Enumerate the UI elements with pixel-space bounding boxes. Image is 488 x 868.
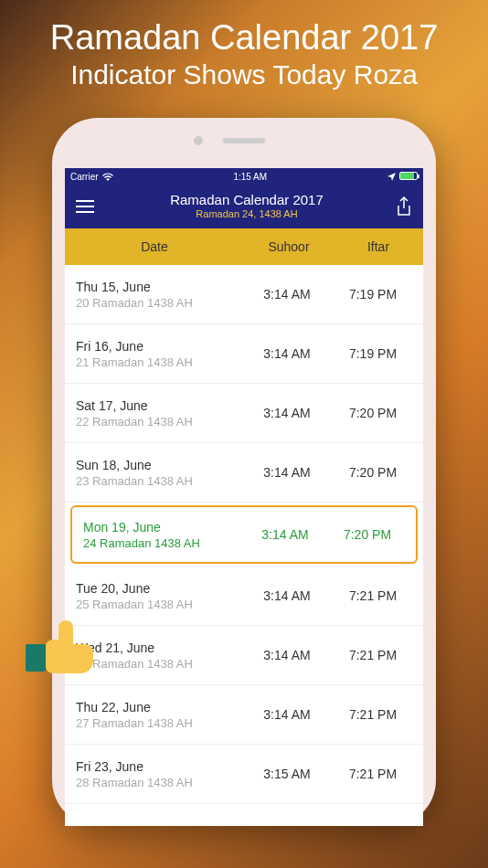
gregorian-date: Thu 22, June [76,700,244,715]
suhoor-time: 3:14 AM [244,648,330,662]
date-cell: Fri 16, June 21 Ramadan 1438 AH [72,339,244,369]
iftar-time: 7:19 PM [330,287,416,302]
menu-icon [76,200,94,202]
table-row[interactable]: Thu 22, June 27 Ramadan 1438 AH 3:14 AM … [65,685,423,745]
gregorian-date: Mon 19, June [83,520,244,535]
phone-speaker [223,138,265,143]
header-center: Ramadan Calendar 2017 Ramadan 24, 1438 A… [170,192,324,220]
table-row[interactable]: Thu 15, June 20 Ramadan 1438 AH 3:14 AM … [65,265,423,324]
date-cell: Mon 19, June 24 Ramadan 1438 AH [80,520,244,550]
phone-screen: Carrier 1:15 AM Ram [65,168,423,826]
columns-header: Date Suhoor Iftar [65,228,423,265]
gregorian-date: Thu 15, June [76,280,244,294]
suhoor-time: 3:14 AM [244,588,330,603]
column-date: Date [65,239,244,254]
table-row[interactable]: Sun 18, June 23 Ramadan 1438 AH 3:14 AM … [65,443,423,503]
iftar-time: 7:21 PM [330,588,416,603]
share-icon [396,196,412,217]
suhoor-time: 3:14 AM [244,707,330,722]
date-cell: Fri 23, June 28 Ramadan 1438 AH [72,759,244,789]
location-icon [387,173,396,181]
hijri-date: 28 Ramadan 1438 AH [76,776,244,789]
promo-title: Ramadan Calendar 2017 [9,18,479,58]
table-row[interactable]: Fri 23, June 28 Ramadan 1438 AH 3:15 AM … [65,745,423,804]
table-row[interactable]: Tue 20, June 25 Ramadan 1438 AH 3:14 AM … [65,566,423,626]
date-cell: Tue 20, June 25 Ramadan 1438 AH [72,581,244,611]
iftar-time: 7:21 PM [330,767,416,781]
svg-rect-0 [26,644,46,672]
hijri-date: 26 Ramadan 1438 AH [76,657,244,671]
iftar-time: 7:21 PM [330,707,416,722]
column-suhoor: Suhoor [244,239,334,254]
table-row[interactable]: Sat 17, June 22 Ramadan 1438 AH 3:14 AM … [65,384,423,443]
gregorian-date: Fri 23, June [76,759,244,774]
gregorian-date: Fri 16, June [76,339,244,354]
share-button[interactable] [396,196,412,217]
promo-header: Ramadan Calendar 2017 Indicator Shows To… [0,0,488,104]
hijri-date: 25 Ramadan 1438 AH [76,598,244,611]
iftar-time: 7:20 PM [326,527,408,542]
header-subtitle: Ramadan 24, 1438 AH [170,208,324,220]
gregorian-date: Tue 20, June [76,581,244,596]
phone-frame: Carrier 1:15 AM Ram [52,118,436,826]
gregorian-date: Sun 18, June [76,458,244,472]
table-row[interactable]: Mon 19, June 24 Ramadan 1438 AH 3:14 AM … [70,505,418,564]
app-header: Ramadan Calendar 2017 Ramadan 24, 1438 A… [65,185,423,228]
date-cell: Sun 18, June 23 Ramadan 1438 AH [72,458,244,488]
iftar-time: 7:20 PM [330,406,416,420]
phone-camera [194,136,203,145]
suhoor-time: 3:15 AM [244,767,330,781]
header-title: Ramadan Calendar 2017 [170,192,324,208]
hijri-date: 24 Ramadan 1438 AH [83,536,244,550]
iftar-time: 7:21 PM [330,648,416,662]
suhoor-time: 3:14 AM [244,406,330,420]
status-right [387,172,418,182]
suhoor-time: 3:14 AM [244,465,330,480]
column-iftar: Iftar [334,239,423,254]
table-row[interactable]: Wed 21, June 26 Ramadan 1438 AH 3:14 AM … [65,626,423,685]
iftar-time: 7:20 PM [330,465,416,480]
hijri-date: 20 Ramadan 1438 AH [76,296,244,310]
status-bar: Carrier 1:15 AM [65,168,423,185]
date-cell: Sat 17, June 22 Ramadan 1438 AH [72,398,244,429]
hijri-date: 22 Ramadan 1438 AH [76,415,244,429]
hijri-date: 23 Ramadan 1438 AH [76,474,244,488]
menu-button[interactable] [76,196,98,217]
table-row[interactable]: Fri 16, June 21 Ramadan 1438 AH 3:14 AM … [65,324,423,384]
hijri-date: 21 Ramadan 1438 AH [76,355,244,369]
hijri-date: 27 Ramadan 1438 AH [76,716,244,730]
status-left: Carrier [70,172,113,182]
gregorian-date: Sat 17, June [76,398,244,413]
suhoor-time: 3:14 AM [244,346,330,361]
carrier-label: Carrier [70,172,99,182]
promo-subtitle: Indicator Shows Today Roza [9,59,479,90]
gregorian-date: Wed 21, June [76,640,244,655]
date-cell: Thu 22, June 27 Ramadan 1438 AH [72,700,244,730]
iftar-time: 7:19 PM [330,346,416,361]
wifi-icon [102,173,113,181]
suhoor-time: 3:14 AM [244,527,326,542]
pointing-hand-icon [26,608,99,680]
battery-icon [399,172,418,182]
date-cell: Thu 15, June 20 Ramadan 1438 AH [72,280,244,310]
rows-container[interactable]: Thu 15, June 20 Ramadan 1438 AH 3:14 AM … [65,265,423,804]
suhoor-time: 3:14 AM [244,287,330,302]
status-time: 1:15 AM [233,172,267,182]
